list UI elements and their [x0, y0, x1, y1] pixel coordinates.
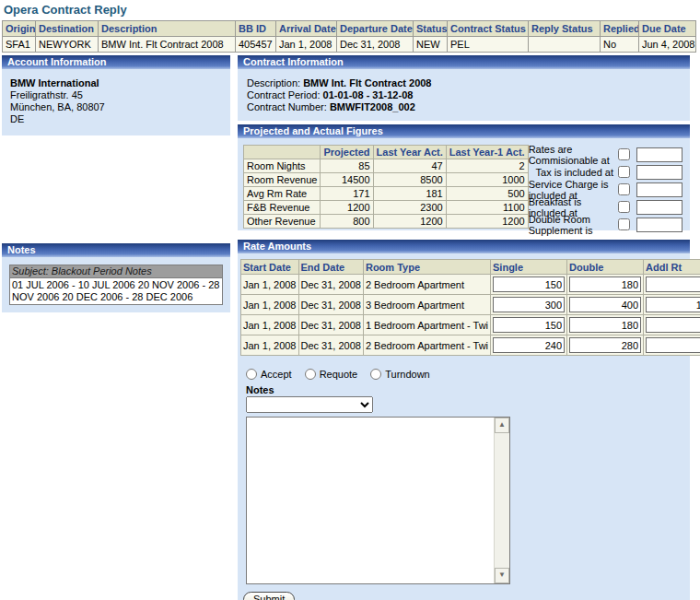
col-addl-rt: Addl Rt: [644, 260, 700, 275]
start-date: Jan 1, 2008: [241, 315, 299, 335]
scroll-down-icon[interactable]: ▼: [495, 568, 509, 583]
double-rate-input[interactable]: [569, 276, 641, 292]
contract-period-line: Contract Period: 01-01-08 - 31-12-08: [247, 89, 690, 101]
turndown-radio[interactable]: [370, 369, 381, 380]
end-date: Dec 31, 2008: [298, 335, 363, 356]
col-due-date: Due Date: [639, 21, 696, 37]
row-label: Room Nights: [244, 159, 321, 173]
double-rate-input[interactable]: [569, 297, 641, 312]
page: Opera Contract Reply Origin Destination …: [0, 0, 700, 600]
page-title: Opera Contract Reply: [2, 2, 700, 20]
projected-row-avg-rm-rate: Avg Rm Rate 171 181 500: [244, 187, 529, 201]
projected-header-row: Projected Last Year Act. Last Year-1 Act…: [244, 146, 529, 159]
cell-arrival-date: Jan 1, 2008: [276, 37, 337, 53]
contract-information-panel: Contract Information Description: BMW In…: [238, 55, 690, 121]
addl-rate-input[interactable]: [646, 337, 700, 353]
double-room-supplement-value-input[interactable]: [636, 218, 682, 232]
row-label: Room Revenue: [244, 173, 321, 187]
cell-due-date: Jun 4, 2008: [639, 37, 696, 53]
col-double: Double: [567, 260, 644, 275]
rate-option-list: Rates are Commisionable at Tax is includ…: [529, 145, 682, 230]
proj-col-last-year: Last Year Act.: [373, 146, 446, 159]
single-rate-input[interactable]: [493, 297, 565, 312]
cell-replied: No: [601, 37, 639, 53]
account-information-header: Account Information: [2, 55, 230, 69]
tax-included-checkbox[interactable]: [618, 166, 630, 178]
end-date: Dec 31, 2008: [298, 315, 363, 335]
account-address-line1: Freiligrathstr. 45: [10, 89, 230, 101]
notes-panel: Notes Subject: Blackout Period Notes 01 …: [2, 243, 230, 312]
textarea-scrollbar[interactable]: ▲ ▼: [494, 418, 509, 583]
addl-rate-input[interactable]: [646, 297, 700, 312]
col-origin: Origin: [3, 21, 36, 37]
col-reply-status: Reply Status: [529, 21, 601, 37]
cell-bb-id: 405457: [236, 37, 276, 53]
cell-origin: SFA1: [3, 37, 36, 53]
row-label: Avg Rm Rate: [244, 187, 321, 201]
room-type: 1 Bedroom Apartment - Twi: [363, 315, 490, 335]
blackout-notes-box: Subject: Blackout Period Notes 01 JUL 20…: [9, 265, 223, 305]
projected-figures-panel: Projected and Actual Figures Projected L…: [238, 124, 690, 230]
commissionable-checkbox[interactable]: [618, 148, 630, 160]
room-type: 3 Bedroom Apartment: [363, 295, 490, 315]
cell-status: NEW: [414, 37, 448, 53]
end-date: Dec 31, 2008: [298, 275, 363, 295]
service-charge-value-input[interactable]: [636, 182, 682, 197]
projected-value: 171: [321, 187, 373, 201]
scroll-up-icon[interactable]: ▲: [495, 418, 509, 433]
double-rate-input[interactable]: [569, 337, 641, 353]
option-label: Double Room Supplement is: [529, 214, 613, 236]
option-label: Rates are Commisionable at: [529, 144, 613, 166]
col-description: Description: [99, 21, 236, 37]
account-address-line2: München, BA, 80807: [10, 101, 230, 113]
last-year-1-value: 500: [446, 187, 528, 201]
projected-row-fb-revenue: F&B Revenue 1200 2300 1100: [244, 201, 529, 215]
contract-information-body: Description: BMW Int. Flt Contract 2008 …: [238, 69, 690, 121]
double-rate-input[interactable]: [569, 317, 641, 333]
single-rate-input[interactable]: [493, 317, 565, 333]
rate-row: Jan 1, 2008 Dec 31, 2008 2 Bedroom Apart…: [241, 275, 700, 295]
rate-amounts-panel: Rate Amounts Start Date End Date Room Ty…: [238, 240, 690, 600]
addl-rate-input[interactable]: [646, 317, 700, 333]
room-type: 2 Bedroom Apartment: [363, 275, 490, 295]
double-room-supplement-checkbox[interactable]: [618, 218, 630, 230]
last-year-1-value: 1200: [446, 215, 528, 229]
projected-value: 1200: [321, 201, 373, 215]
single-rate-input[interactable]: [493, 276, 565, 292]
account-country: DE: [10, 113, 230, 125]
contract-number-line: Contract Number: BMWFIT2008_002: [247, 101, 690, 113]
contract-summary-table: Origin Destination Description BB ID Arr…: [2, 20, 696, 53]
proj-col-blank: [244, 146, 321, 159]
last-year-value: 2300: [373, 201, 446, 215]
col-end-date: End Date: [298, 260, 363, 275]
contract-number-label: Contract Number:: [247, 101, 327, 112]
service-charge-checkbox[interactable]: [618, 183, 630, 195]
turndown-label: Turndown: [385, 369, 430, 380]
room-type: 2 Bedroom Apartment - Twi: [363, 335, 490, 356]
end-date: Dec 31, 2008: [298, 295, 363, 315]
addl-rate-input[interactable]: [646, 276, 700, 292]
submit-button[interactable]: Submit: [243, 592, 295, 600]
row-label: F&B Revenue: [244, 201, 321, 215]
requote-radio[interactable]: [305, 369, 316, 380]
accept-radio[interactable]: [246, 369, 257, 380]
account-information-panel: Account Information BMW International Fr…: [2, 55, 230, 135]
col-destination: Destination: [36, 21, 99, 37]
last-year-value: 47: [373, 159, 446, 173]
col-status: Status: [414, 21, 448, 37]
contract-period-value: 01-01-08 - 31-12-08: [323, 89, 414, 100]
requote-label: Requote: [320, 369, 358, 380]
proj-col-last-year-1: Last Year-1 Act.: [446, 146, 528, 159]
last-year-value: 8500: [373, 173, 446, 187]
option-label: Tax is included at: [536, 167, 613, 178]
tax-value-input[interactable]: [636, 165, 682, 180]
breakfast-value-input[interactable]: [636, 200, 682, 215]
reply-notes-textarea[interactable]: ▲ ▼: [246, 417, 510, 584]
accept-label: Accept: [261, 369, 292, 380]
commissionable-value-input[interactable]: [636, 147, 682, 162]
single-rate-input[interactable]: [493, 337, 565, 353]
notes-type-dropdown[interactable]: [246, 396, 373, 413]
breakfast-checkbox[interactable]: [618, 201, 630, 213]
last-year-1-value: 2: [446, 159, 528, 173]
contract-description-value: BMW Int. Flt Contract 2008: [303, 77, 431, 88]
